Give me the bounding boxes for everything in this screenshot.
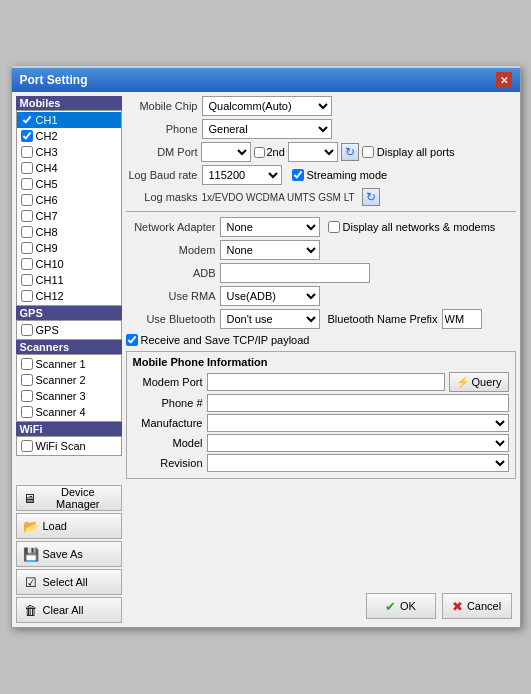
ch4-checkbox[interactable]: [21, 162, 33, 174]
scanner3-checkbox[interactable]: [21, 390, 33, 402]
separator1: [126, 211, 516, 212]
ch8-checkbox[interactable]: [21, 226, 33, 238]
load-button[interactable]: 📂 Load: [16, 513, 122, 539]
channel-scanner1[interactable]: Scanner 1: [17, 356, 121, 372]
ch7-checkbox[interactable]: [21, 210, 33, 222]
model-select[interactable]: [207, 434, 509, 452]
manufacture-select[interactable]: [207, 414, 509, 432]
ch2-checkbox[interactable]: [21, 130, 33, 142]
scanners-list: Scanner 1 Scanner 2 Scanner 3 Scanner 4: [16, 354, 122, 422]
use-bluetooth-label: Use Bluetooth: [126, 313, 216, 325]
phone-label: Phone: [126, 123, 198, 135]
display-all-ports-text: Display all ports: [377, 146, 455, 158]
bluetooth-prefix-input[interactable]: [442, 309, 482, 329]
streaming-mode-checkbox[interactable]: [292, 169, 304, 181]
log-masks-refresh-button[interactable]: ↻: [362, 188, 380, 206]
load-icon: 📂: [23, 518, 39, 534]
streaming-mode-label[interactable]: Streaming mode: [292, 169, 388, 181]
modem-port-input[interactable]: [207, 373, 445, 391]
channel-wifi[interactable]: WiFi Scan: [17, 438, 121, 454]
refresh-icon: ↻: [345, 145, 355, 159]
channel-scanner3[interactable]: Scanner 3: [17, 388, 121, 404]
title-bar: Port Setting ✕: [12, 68, 520, 92]
select-all-icon: ☑: [23, 574, 39, 590]
use-bluetooth-select[interactable]: Don't use: [220, 309, 320, 329]
dm-port-select[interactable]: [201, 142, 251, 162]
baud-rate-select[interactable]: 115200: [202, 165, 282, 185]
manufacture-label: Manufacture: [133, 417, 203, 429]
save-as-label: Save As: [43, 548, 83, 560]
channel-ch3[interactable]: CH3: [17, 144, 121, 160]
log-refresh-icon: ↻: [366, 190, 376, 204]
baud-rate-label: Log Baud rate: [126, 169, 198, 181]
channel-ch1[interactable]: CH1: [17, 112, 121, 128]
cancel-button[interactable]: ✖ Cancel: [442, 593, 512, 619]
scanner2-checkbox[interactable]: [21, 374, 33, 386]
mobile-chip-select[interactable]: Qualcomm(Auto): [202, 96, 332, 116]
ch11-checkbox[interactable]: [21, 274, 33, 286]
channel-ch12[interactable]: CH12: [17, 288, 121, 304]
ch1-checkbox[interactable]: [21, 114, 33, 126]
channel-ch4[interactable]: CH4: [17, 160, 121, 176]
display-all-ports-label[interactable]: Display all ports: [362, 146, 455, 158]
gps-list: GPS: [16, 320, 122, 340]
modem-select[interactable]: None: [220, 240, 320, 260]
display-all-networks-label[interactable]: Display all networks & modems: [328, 221, 496, 233]
channel-ch2[interactable]: CH2: [17, 128, 121, 144]
tcp-checkbox[interactable]: [126, 334, 138, 346]
clear-all-button[interactable]: 🗑 Clear All: [16, 597, 122, 623]
network-adapter-select[interactable]: None: [220, 217, 320, 237]
channel-scanner4[interactable]: Scanner 4: [17, 404, 121, 420]
channel-ch7[interactable]: CH7: [17, 208, 121, 224]
wifi-checkbox[interactable]: [21, 440, 33, 452]
channel-ch11[interactable]: CH11: [17, 272, 121, 288]
phone-row: Phone General: [126, 119, 516, 139]
left-buttons: 🖥 Device Manager 📂 Load 💾 Save As ☑ Sele…: [16, 485, 122, 623]
save-as-button[interactable]: 💾 Save As: [16, 541, 122, 567]
device-manager-icon: 🖥: [23, 490, 38, 506]
mobile-chip-row: Mobile Chip Qualcomm(Auto): [126, 96, 516, 116]
nd2-port-select[interactable]: [288, 142, 338, 162]
use-rma-select[interactable]: Use(ADB): [220, 286, 320, 306]
channel-ch8[interactable]: CH8: [17, 224, 121, 240]
select-all-button[interactable]: ☑ Select All: [16, 569, 122, 595]
model-label: Model: [133, 437, 203, 449]
gps-header: GPS: [16, 306, 122, 320]
ch3-checkbox[interactable]: [21, 146, 33, 158]
channel-ch5[interactable]: CH5: [17, 176, 121, 192]
ch9-checkbox[interactable]: [21, 242, 33, 254]
cancel-label: Cancel: [467, 600, 501, 612]
channel-scanner2[interactable]: Scanner 2: [17, 372, 121, 388]
display-all-ports-checkbox[interactable]: [362, 146, 374, 158]
scanner4-checkbox[interactable]: [21, 406, 33, 418]
tcp-text: Receive and Save TCP/IP payload: [141, 334, 310, 346]
channel-ch10[interactable]: CH10: [17, 256, 121, 272]
device-manager-button[interactable]: 🖥 Device Manager: [16, 485, 122, 511]
ch6-checkbox[interactable]: [21, 194, 33, 206]
ch7-label: CH7: [36, 210, 58, 222]
revision-row: Revision: [133, 454, 509, 472]
ok-button[interactable]: ✔ OK: [366, 593, 436, 619]
wifi-label: WiFi Scan: [36, 440, 86, 452]
use-rma-label: Use RMA: [126, 290, 216, 302]
channel-ch9[interactable]: CH9: [17, 240, 121, 256]
ch12-checkbox[interactable]: [21, 290, 33, 302]
adb-input[interactable]: [220, 263, 370, 283]
phone-select[interactable]: General: [202, 119, 332, 139]
channel-ch6[interactable]: CH6: [17, 192, 121, 208]
dm-port-refresh-button[interactable]: ↻: [341, 143, 359, 161]
channel-gps[interactable]: GPS: [17, 322, 121, 338]
query-button[interactable]: ⚡ Query: [449, 372, 509, 392]
phone-num-input[interactable]: [207, 394, 509, 412]
gps-checkbox[interactable]: [21, 324, 33, 336]
modem-port-label: Modem Port: [133, 376, 203, 388]
ch5-checkbox[interactable]: [21, 178, 33, 190]
ch10-checkbox[interactable]: [21, 258, 33, 270]
scanner1-checkbox[interactable]: [21, 358, 33, 370]
tcp-label[interactable]: Receive and Save TCP/IP payload: [126, 334, 310, 346]
nd2-checkbox[interactable]: [254, 147, 265, 158]
wifi-header: WiFi: [16, 422, 122, 436]
close-button[interactable]: ✕: [496, 72, 512, 88]
display-all-networks-checkbox[interactable]: [328, 221, 340, 233]
revision-select[interactable]: [207, 454, 509, 472]
